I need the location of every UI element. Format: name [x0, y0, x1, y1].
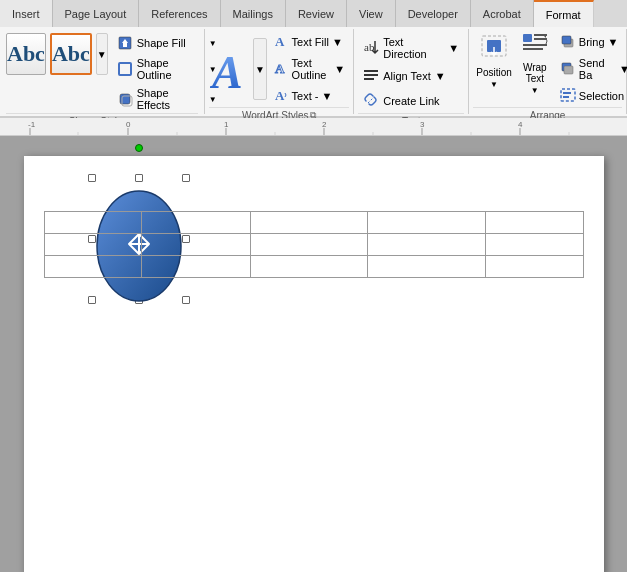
table-cell[interactable] — [250, 234, 368, 256]
text-fill-arrow: ▼ — [332, 36, 343, 48]
wordart-styles-group: A ▼ A Text Fill ▼ — [205, 29, 354, 114]
arrange-small-btns: Bring ▼ Send Ba ▼ — [555, 31, 627, 107]
selection-pane-btn[interactable]: Selection — [555, 85, 627, 107]
align-text-icon — [363, 67, 379, 85]
svg-text:4: 4 — [518, 120, 523, 129]
more-styles-btn[interactable]: ▼ — [96, 33, 108, 75]
wrap-text-icon — [520, 28, 550, 60]
shape-fill-icon — [117, 35, 133, 51]
wrap-text-btn[interactable]: Wrap Text ▼ — [517, 31, 553, 91]
arrange-items: Position ▼ — [473, 31, 622, 107]
rotate-handle[interactable] — [135, 144, 143, 152]
table-cell[interactable] — [368, 234, 486, 256]
arrange-group: Position ▼ — [469, 29, 627, 114]
bring-forward-btn[interactable]: Bring ▼ — [555, 31, 627, 53]
tab-review[interactable]: Review — [286, 0, 347, 27]
ribbon-content: Abc Abc ▼ Shape Fill ▼ — [0, 27, 627, 117]
shape-styles-items: Abc Abc ▼ Shape Fill ▼ — [6, 33, 198, 113]
svg-rect-18 — [523, 48, 543, 50]
bring-forward-arrow: ▼ — [608, 36, 619, 48]
table-cell[interactable] — [485, 212, 583, 234]
svg-text:2: 2 — [322, 120, 327, 129]
table-cell[interactable] — [485, 234, 583, 256]
tab-insert[interactable]: Insert — [0, 0, 53, 27]
table-cell[interactable] — [44, 212, 142, 234]
wordart-more-btn[interactable]: ▼ — [253, 38, 266, 100]
selection-pane-label: Selection — [579, 90, 624, 102]
wrap-text-label: Wrap Text — [520, 62, 550, 84]
table-cell[interactable] — [368, 212, 486, 234]
text-items: ab Text Direction ▼ — [358, 31, 464, 113]
tab-references[interactable]: References — [139, 0, 220, 27]
table-cell[interactable] — [142, 256, 251, 278]
text-outline-icon: A — [273, 60, 289, 78]
tab-view[interactable]: View — [347, 0, 396, 27]
table-cell[interactable] — [142, 234, 251, 256]
align-text-label: Align Text — [383, 70, 431, 82]
abc-style-1[interactable]: Abc — [6, 33, 46, 75]
text-fill-btn[interactable]: A Text Fill ▼ — [269, 31, 350, 53]
shape-fill-label: Shape Fill — [137, 37, 186, 49]
text-direction-arrow: ▼ — [448, 42, 459, 54]
position-arrow: ▼ — [490, 80, 498, 89]
shape-styles-group: Abc Abc ▼ Shape Fill ▼ — [0, 29, 205, 114]
text-outline-btn[interactable]: A Text Outline ▼ — [269, 55, 350, 83]
table-cell[interactable] — [250, 256, 368, 278]
svg-rect-24 — [563, 92, 571, 94]
svg-rect-17 — [523, 44, 547, 46]
ruler: -1 0 1 2 3 4 — [0, 118, 627, 136]
text-outline-label: Text Outline — [292, 57, 332, 81]
wordart-a-btn[interactable]: A — [209, 38, 251, 100]
doc-area — [0, 136, 627, 572]
send-backward-icon — [560, 60, 576, 78]
selection-pane-icon — [560, 87, 576, 105]
tab-bar: Insert Page Layout References Mailings R… — [0, 0, 627, 27]
tab-page-layout[interactable]: Page Layout — [53, 0, 140, 27]
doc-page — [24, 156, 604, 572]
create-link-label: Create Link — [383, 95, 439, 107]
svg-rect-11 — [364, 78, 374, 80]
svg-text:1: 1 — [224, 120, 229, 129]
tab-format[interactable]: Format — [534, 0, 594, 27]
text-effects-icon: A — [273, 87, 289, 105]
align-text-btn[interactable]: Align Text ▼ — [358, 64, 450, 88]
wordart-items: A ▼ A Text Fill ▼ — [209, 31, 349, 107]
shape-effects-label: Shape Effects — [137, 87, 205, 111]
position-icon — [479, 33, 509, 65]
position-label: Position — [476, 67, 512, 78]
table-cell[interactable] — [368, 256, 486, 278]
svg-text:A: A — [275, 34, 285, 49]
svg-rect-16 — [534, 38, 547, 40]
table-cell[interactable] — [44, 234, 142, 256]
table-cell[interactable] — [250, 212, 368, 234]
text-direction-icon: ab — [363, 39, 379, 57]
wordart-small-btns: A Text Fill ▼ A Text Outline ▼ — [269, 31, 350, 107]
bring-forward-icon — [560, 33, 576, 51]
table-cell[interactable] — [44, 256, 142, 278]
send-backward-arrow: ▼ — [619, 63, 627, 75]
send-backward-btn[interactable]: Send Ba ▼ — [555, 55, 627, 83]
text-outline-arrow: ▼ — [334, 63, 345, 75]
table-cell[interactable] — [485, 256, 583, 278]
svg-rect-25 — [563, 96, 569, 98]
wrap-text-arrow: ▼ — [531, 86, 539, 95]
tab-developer[interactable]: Developer — [396, 0, 471, 27]
tab-acrobat[interactable]: Acrobat — [471, 0, 534, 27]
align-text-arrow: ▼ — [435, 70, 446, 82]
table-cell[interactable] — [142, 212, 251, 234]
create-link-btn[interactable]: Create Link — [358, 89, 444, 113]
svg-rect-9 — [364, 70, 378, 72]
text-effects-btn[interactable]: A Text - ▼ — [269, 85, 350, 107]
table-row — [44, 234, 583, 256]
text-effects-arrow: ▼ — [322, 90, 333, 102]
tab-mailings[interactable]: Mailings — [221, 0, 286, 27]
text-fill-label: Text Fill — [292, 36, 329, 48]
abc-style-2[interactable]: Abc — [50, 33, 92, 75]
shape-effects-icon — [117, 91, 133, 107]
create-link-icon — [363, 92, 379, 110]
shape-outline-label: Shape Outline — [137, 57, 205, 81]
position-btn[interactable]: Position ▼ — [473, 31, 515, 91]
doc-table — [44, 211, 584, 278]
text-direction-btn[interactable]: ab Text Direction ▼ — [358, 33, 464, 63]
text-group: ab Text Direction ▼ — [354, 29, 469, 114]
